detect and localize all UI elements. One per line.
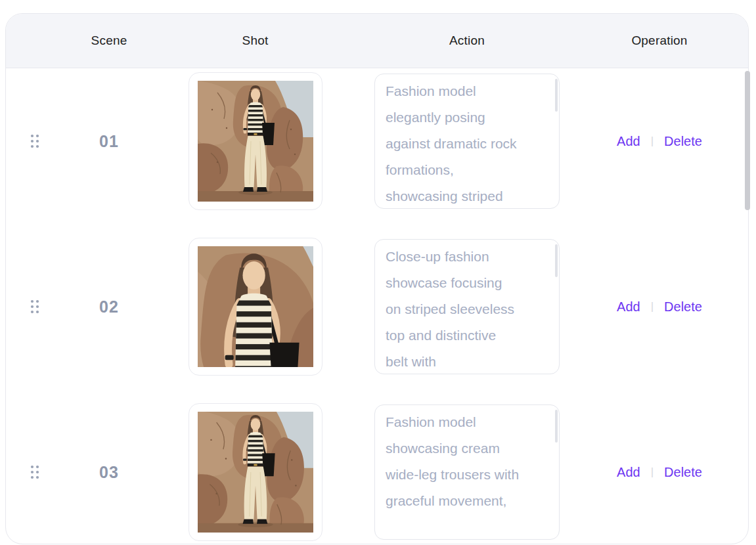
- scene-cell: 01: [6, 72, 181, 210]
- scene-number: 02: [99, 297, 119, 316]
- shot-image-art: [198, 81, 313, 202]
- shot-image[interactable]: [189, 403, 322, 541]
- action-cell: Fashion model showcasing cream wide-leg …: [329, 403, 605, 541]
- drag-handle-icon[interactable]: [30, 465, 39, 479]
- shot-cell: [181, 72, 329, 210]
- action-textarea[interactable]: Fashion model showcasing cream wide-leg …: [374, 404, 560, 540]
- column-header-shot: Shot: [181, 33, 329, 48]
- textarea-scrollbar[interactable]: [555, 79, 558, 112]
- operation-cell: Add | Delete: [605, 403, 748, 541]
- column-header-operation: Operation: [605, 33, 748, 48]
- table-row: 01 Fashion model elegantly posing agains…: [6, 68, 748, 234]
- scene-number: 01: [99, 132, 119, 151]
- scene-cell: 02: [6, 238, 181, 376]
- drag-handle-icon[interactable]: [30, 299, 39, 314]
- shot-cell: [181, 238, 329, 376]
- table-row: 03 Fashion model showcasing cream wide-l…: [6, 399, 748, 545]
- operation-divider: |: [651, 135, 654, 148]
- table-body: 01 Fashion model elegantly posing agains…: [6, 68, 748, 545]
- shot-cell: [181, 403, 329, 541]
- delete-button[interactable]: Delete: [664, 465, 702, 480]
- table-header-row: Scene Shot Action Operation: [6, 14, 748, 68]
- operation-divider: |: [651, 300, 654, 313]
- action-textarea[interactable]: Fashion model elegantly posing against d…: [374, 74, 560, 209]
- add-button[interactable]: Add: [617, 299, 640, 315]
- scene-cell: 03: [6, 403, 181, 541]
- column-header-action: Action: [329, 33, 605, 48]
- action-cell: Fashion model elegantly posing against d…: [329, 72, 605, 210]
- table-row: 02 Close-up fashion showcase focusing on…: [6, 234, 748, 399]
- textarea-scrollbar[interactable]: [555, 244, 558, 277]
- delete-button[interactable]: Delete: [664, 299, 702, 315]
- column-header-scene: Scene: [6, 33, 181, 48]
- add-button[interactable]: Add: [617, 134, 640, 149]
- operation-divider: |: [651, 466, 654, 479]
- textarea-scrollbar[interactable]: [555, 410, 558, 443]
- operation-cell: Add | Delete: [605, 72, 748, 210]
- shot-image[interactable]: [189, 238, 322, 376]
- scene-number: 03: [99, 463, 119, 482]
- delete-button[interactable]: Delete: [664, 134, 702, 149]
- shot-image[interactable]: [189, 72, 322, 210]
- add-button[interactable]: Add: [617, 465, 640, 480]
- storyboard-table-card: Scene Shot Action Operation 01: [5, 13, 749, 544]
- operation-cell: Add | Delete: [605, 238, 748, 376]
- shot-image-art: [198, 246, 313, 367]
- page-scrollbar[interactable]: [745, 71, 750, 210]
- drag-handle-icon[interactable]: [30, 134, 39, 148]
- shot-image-art: [198, 412, 313, 533]
- action-cell: Close-up fashion showcase focusing on st…: [329, 238, 605, 376]
- action-textarea[interactable]: Close-up fashion showcase focusing on st…: [374, 239, 560, 374]
